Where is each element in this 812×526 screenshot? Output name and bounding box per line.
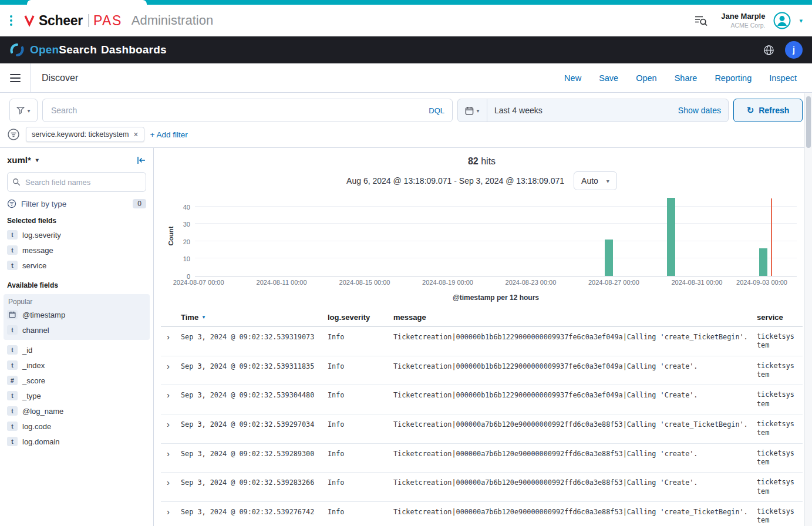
opensearch-logo-icon[interactable] <box>9 42 25 58</box>
query-bar: ▾ DQL ▾ Last 4 weeks Show dates ↻ Refres… <box>0 93 812 126</box>
field-type-badge: # <box>7 376 18 385</box>
histogram-bar[interactable] <box>759 248 767 276</box>
nav-action-inspect[interactable]: Inspect <box>769 73 797 83</box>
cell-time: Sep 3, 2024 @ 09:02:32.539319073 <box>181 332 328 342</box>
field-name: log.domain <box>22 437 60 446</box>
column-header-Time[interactable]: Time▼ <box>181 313 328 322</box>
column-header-message[interactable]: message <box>393 313 757 322</box>
table-row: ›Sep 3, 2024 @ 09:02:32.539283266InfoTic… <box>161 473 803 502</box>
table-header: Time▼log.severitymessageservice <box>161 309 803 327</box>
scrollbar-thumb[interactable] <box>806 96 811 148</box>
app-switcher-icon[interactable] <box>7 12 15 29</box>
instance-logs-icon[interactable] <box>694 14 708 27</box>
cell-severity: Info <box>328 478 393 488</box>
cell-message: Ticketcreation|000000b1b6b12290000000099… <box>393 390 757 400</box>
field-name: @timestamp <box>22 311 65 319</box>
chevron-down-icon: ▾ <box>476 107 479 114</box>
field-item-channel[interactable]: tchannel <box>7 322 146 338</box>
cell-message: Ticketcreation|000000b1b6b12290000000099… <box>393 332 757 342</box>
help-globe-icon[interactable] <box>763 45 774 56</box>
column-header-service[interactable]: service <box>757 313 803 322</box>
nav-action-open[interactable]: Open <box>636 73 656 83</box>
cell-severity: Info <box>328 362 393 372</box>
filter-count-badge: 0 <box>133 199 146 208</box>
field-item-log.severity[interactable]: tlog.severity <box>7 227 146 242</box>
row-expand-button[interactable]: › <box>161 478 181 488</box>
remove-filter-icon[interactable]: × <box>133 130 138 139</box>
collapse-sidebar-icon[interactable] <box>137 156 146 165</box>
field-item-service[interactable]: tservice <box>7 258 146 273</box>
row-expand-button[interactable]: › <box>161 420 181 430</box>
filter-by-type-button[interactable]: Filter by type 0 <box>7 199 146 208</box>
search-input[interactable] <box>42 99 453 122</box>
filter-set-menu-icon[interactable] <box>7 128 20 141</box>
time-range-label[interactable]: Last 4 weeks <box>487 99 671 122</box>
table-row: ›Sep 3, 2024 @ 09:02:32.539276742InfoTic… <box>161 502 803 526</box>
field-item-_score[interactable]: #_score <box>7 373 146 388</box>
nav-action-save[interactable]: Save <box>599 73 618 83</box>
date-quick-select-button[interactable]: ▾ <box>458 99 487 122</box>
menu-icon[interactable] <box>0 63 31 92</box>
osd-user-avatar[interactable]: j <box>785 41 803 59</box>
nav-action-new[interactable]: New <box>564 73 581 83</box>
wordmark-open: Open <box>30 43 59 56</box>
field-item-_id[interactable]: t_id <box>7 342 146 358</box>
user-menu-chevron-icon[interactable]: ▾ <box>799 17 803 25</box>
field-item-@log_name[interactable]: t@log_name <box>7 403 146 419</box>
field-name: log.code <box>22 422 51 431</box>
nav-action-reporting[interactable]: Reporting <box>715 73 752 83</box>
chart-date-range: Aug 6, 2024 @ 13:18:09.071 - Sep 3, 2024… <box>346 176 564 186</box>
plot-area: 010203040 <box>195 198 797 277</box>
x-axis-tick-label: 2024-08-15 00:00 <box>339 279 390 286</box>
field-type-badge: t <box>7 325 18 335</box>
add-filter-button[interactable]: + Add filter <box>150 130 188 139</box>
field-item-log.domain[interactable]: tlog.domain <box>7 434 146 449</box>
field-name: _type <box>22 392 41 400</box>
field-name: @log_name <box>22 407 63 416</box>
filter-pill[interactable]: service.keyword: ticketsystem × <box>26 127 144 142</box>
saved-query-menu-button[interactable]: ▾ <box>9 99 38 122</box>
chevron-down-icon: ▾ <box>607 178 609 184</box>
user-organization: ACME Corp. <box>721 22 765 30</box>
row-expand-button[interactable]: › <box>161 332 181 342</box>
date-picker: ▾ Last 4 weeks Show dates <box>457 99 729 122</box>
x-axis-title: @timestamp per 12 hours <box>195 294 797 302</box>
calendar-icon <box>7 310 18 319</box>
pas-top-strip <box>0 0 812 5</box>
row-expand-button[interactable]: › <box>161 362 181 372</box>
cell-service: ticketsystem <box>757 449 803 467</box>
application: Scheer PAS Administration Jane Marple AC… <box>0 0 812 526</box>
refresh-button[interactable]: ↻ Refresh <box>733 99 803 122</box>
field-item-_type[interactable]: t_type <box>7 388 146 403</box>
histogram-bar[interactable] <box>605 240 613 276</box>
field-item-_index[interactable]: t_index <box>7 358 146 373</box>
opensearch-header-right: j <box>763 41 803 59</box>
sort-descending-icon: ▼ <box>201 315 206 320</box>
row-expand-button[interactable]: › <box>161 507 181 517</box>
field-search-input[interactable] <box>7 172 146 192</box>
column-header-logseverity[interactable]: log.severity <box>328 313 393 322</box>
scrollbar[interactable] <box>804 93 812 526</box>
histogram-chart: Count 010203040 2024-08-07 00:002024-08-… <box>161 198 803 302</box>
refresh-icon: ↻ <box>747 105 754 116</box>
scheer-logo-icon <box>23 14 35 27</box>
field-item-message[interactable]: tmessage <box>7 242 146 258</box>
wordmark-dashboards: Dashboards <box>101 43 167 56</box>
interval-select[interactable]: Auto ▾ <box>574 171 617 190</box>
cell-message: Ticketcreation|000000a7b6b120e9000000099… <box>393 478 757 488</box>
query-language-button[interactable]: DQL <box>429 106 444 115</box>
search-icon <box>12 178 21 186</box>
x-axis-tick-label: 2024-08-23 00:00 <box>506 279 557 286</box>
admin-header-left: Scheer PAS Administration <box>7 12 213 29</box>
index-pattern-selector[interactable]: xuml* ▾ <box>7 155 39 165</box>
nav-action-share[interactable]: Share <box>675 73 698 83</box>
histogram-bar[interactable] <box>667 198 675 276</box>
show-dates-button[interactable]: Show dates <box>671 99 728 122</box>
row-expand-button[interactable]: › <box>161 449 181 459</box>
field-search-box <box>7 172 146 192</box>
row-expand-button[interactable]: › <box>161 390 181 400</box>
user-avatar-icon[interactable] <box>773 12 791 29</box>
filter-pill-label: service.keyword: ticketsystem <box>32 130 129 139</box>
field-item-@timestamp[interactable]: @timestamp <box>7 307 146 322</box>
field-item-log.code[interactable]: tlog.code <box>7 419 146 434</box>
